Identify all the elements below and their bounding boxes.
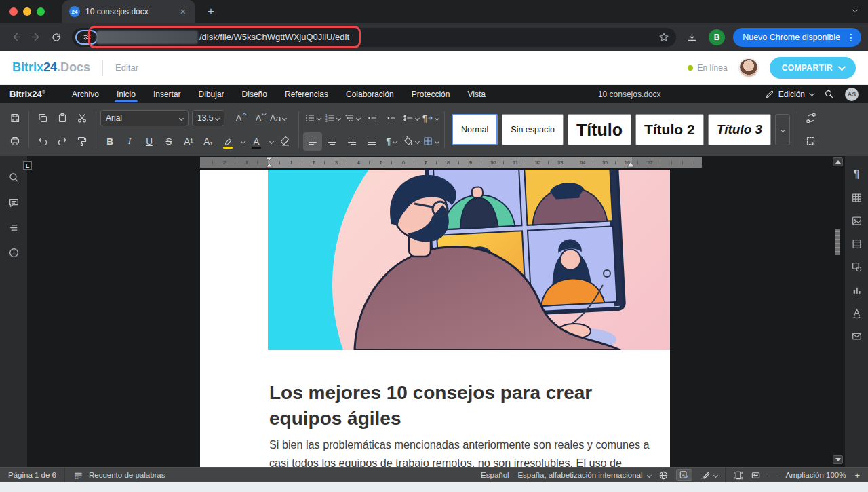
multilevel-list-button[interactable] [342, 109, 361, 128]
document-canvas[interactable]: 211234567891011121314151617 [27, 156, 831, 467]
replace-button[interactable] [802, 109, 821, 128]
indent-marker-icon[interactable] [265, 157, 273, 168]
text-art-settings-icon[interactable] [849, 305, 864, 320]
image-settings-icon[interactable] [849, 213, 864, 228]
tab-stop-selector[interactable]: L [23, 161, 32, 170]
scrollbar-thumb[interactable] [834, 224, 842, 261]
vertical-scrollbar[interactable] [831, 156, 845, 467]
undo-button[interactable] [33, 132, 52, 151]
copy-button[interactable] [33, 109, 52, 128]
download-icon[interactable] [683, 29, 701, 46]
paragraph-direction-button[interactable]: ¶ [421, 109, 440, 128]
paragraph-settings-icon[interactable]: ¶ [849, 167, 864, 182]
bold-button[interactable]: B [100, 132, 119, 151]
clear-formatting-button[interactable] [275, 132, 294, 151]
word-count-button[interactable]: 12 Recuento de palabras [65, 468, 174, 482]
underline-button[interactable]: U [140, 132, 159, 151]
back-button[interactable] [7, 29, 24, 46]
fit-width-icon[interactable] [751, 470, 761, 480]
format-painter-button[interactable] [73, 132, 92, 151]
styles-gallery-expand-button[interactable] [775, 114, 790, 145]
menu-proteccion[interactable]: Protección [403, 85, 459, 103]
cut-button[interactable] [73, 109, 92, 128]
menu-archivo[interactable]: Archivo [63, 85, 108, 103]
document-language-icon[interactable] [658, 470, 669, 480]
font-size-select[interactable]: 13.5 [192, 110, 224, 126]
mail-merge-icon[interactable] [849, 328, 864, 343]
chrome-update-button[interactable]: Nuevo Chrome disponible ⋮ [733, 28, 861, 47]
font-color-button[interactable]: A [247, 132, 266, 151]
decrease-font-button[interactable]: A [249, 109, 268, 128]
style-sin-espacio[interactable]: Sin espacio [502, 114, 564, 145]
more-options-icon[interactable]: ⋮ [846, 32, 856, 43]
comments-panel-icon[interactable] [6, 195, 21, 210]
language-selector[interactable]: Español – España, alfabetización interna… [481, 471, 650, 479]
style-normal[interactable]: Normal [452, 114, 498, 145]
italic-button[interactable]: I [120, 132, 139, 151]
align-center-button[interactable] [323, 132, 342, 151]
print-button[interactable] [5, 132, 24, 151]
redo-button[interactable] [53, 132, 72, 151]
menu-inicio[interactable]: Inicio [108, 85, 144, 103]
paste-button[interactable] [53, 109, 72, 128]
numbered-list-button[interactable]: 123 [323, 109, 342, 128]
share-button[interactable]: COMPARTIR [770, 57, 856, 79]
menu-colaboracion[interactable]: Colaboración [337, 85, 403, 103]
subscript-button[interactable]: A₁ [199, 132, 218, 151]
formatting-marks-button[interactable]: ¶ [382, 132, 401, 151]
style-titulo-2[interactable]: Título 2 [635, 114, 704, 145]
increase-indent-button[interactable] [382, 109, 401, 128]
style-titulo[interactable]: Título [568, 114, 631, 145]
superscript-button[interactable]: A¹ [179, 132, 198, 151]
header-footer-settings-icon[interactable] [849, 236, 864, 251]
scroll-up-button[interactable] [833, 157, 843, 166]
table-settings-icon[interactable] [849, 190, 864, 205]
about-panel-icon[interactable] [6, 245, 21, 260]
spell-check-button[interactable]: A [676, 469, 692, 481]
zoom-out-button[interactable]: — [768, 470, 777, 480]
menu-referencias[interactable]: Referencias [276, 85, 337, 103]
menu-diseno[interactable]: Diseño [233, 85, 276, 103]
select-all-button[interactable] [802, 132, 821, 151]
tab-search-icon[interactable] [850, 6, 860, 16]
search-icon[interactable] [824, 89, 834, 99]
reload-button[interactable] [47, 29, 65, 46]
save-button[interactable] [5, 109, 24, 128]
increase-font-button[interactable]: A [229, 109, 248, 128]
strikethrough-button[interactable]: S [159, 132, 178, 151]
change-case-button[interactable]: Aa [269, 109, 288, 128]
chart-settings-icon[interactable] [849, 282, 864, 297]
fit-page-icon[interactable] [733, 470, 743, 480]
forward-button[interactable] [27, 29, 45, 46]
minimize-window-button[interactable] [23, 7, 31, 16]
close-tab-icon[interactable]: × [178, 5, 189, 18]
shading-button[interactable] [401, 132, 420, 151]
borders-button[interactable] [421, 132, 440, 151]
close-window-button[interactable] [9, 7, 18, 16]
fullscreen-window-button[interactable] [37, 7, 45, 16]
edit-mode-selector[interactable]: Edición [765, 90, 813, 99]
align-left-button[interactable] [303, 132, 322, 151]
style-titulo-3[interactable]: Título 3 [708, 114, 772, 145]
track-changes-button[interactable] [700, 470, 717, 480]
new-tab-button[interactable]: + [203, 5, 218, 18]
decrease-indent-button[interactable] [362, 109, 381, 128]
user-avatar[interactable] [738, 58, 759, 78]
browser-profile-avatar[interactable]: B [709, 29, 725, 45]
bookmark-star-icon[interactable] [658, 32, 669, 43]
scroll-down-button[interactable] [833, 455, 843, 464]
browser-tab[interactable]: 24 10 consejos.docx × [62, 0, 195, 23]
zoom-in-button[interactable]: + [854, 470, 860, 480]
address-bar[interactable]: /disk/file/W5ksChWgttWXjuQ0JliU/edit [72, 28, 676, 47]
menu-insertar[interactable]: Insertar [144, 85, 190, 103]
font-name-select[interactable]: Arial [100, 110, 189, 126]
search-panel-icon[interactable] [6, 170, 21, 185]
shape-settings-icon[interactable] [849, 259, 864, 274]
editor-user-avatar[interactable]: AS [845, 88, 859, 101]
font-color-dropdown[interactable] [267, 132, 275, 151]
justify-button[interactable] [362, 132, 381, 151]
document-page[interactable]: Los mejores 10 consejos para crear equip… [200, 170, 670, 467]
bullet-list-button[interactable] [303, 109, 322, 128]
navigation-panel-icon[interactable] [6, 220, 21, 235]
page-indicator[interactable]: Página 1 de 6 [0, 468, 64, 482]
